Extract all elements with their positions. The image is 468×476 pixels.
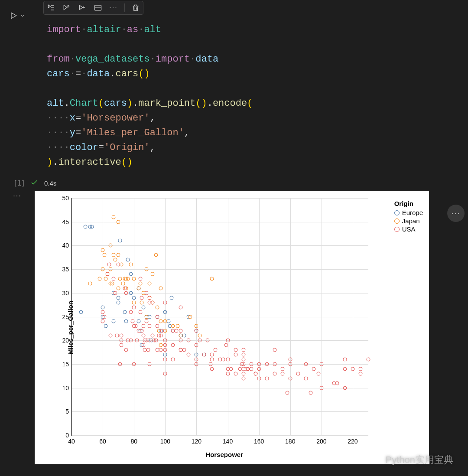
data-point[interactable]: [109, 244, 113, 248]
data-point[interactable]: [169, 296, 173, 300]
data-point[interactable]: [137, 320, 141, 323]
data-point[interactable]: [145, 320, 149, 323]
data-point[interactable]: [351, 367, 354, 371]
data-point[interactable]: [126, 258, 130, 262]
data-point[interactable]: [159, 320, 162, 323]
data-point[interactable]: [224, 343, 228, 347]
data-point[interactable]: [159, 286, 162, 290]
data-point[interactable]: [358, 367, 362, 371]
data-point[interactable]: [265, 362, 269, 366]
data-point[interactable]: [145, 315, 149, 319]
data-point[interactable]: [123, 310, 127, 314]
data-point[interactable]: [257, 367, 261, 371]
data-point[interactable]: [195, 353, 198, 357]
more-actions-icon[interactable]: ···: [109, 3, 118, 13]
data-point[interactable]: [117, 300, 120, 304]
data-point[interactable]: [154, 253, 158, 257]
data-point[interactable]: [159, 343, 162, 347]
data-point[interactable]: [159, 348, 162, 352]
data-point[interactable]: [229, 367, 233, 371]
data-point[interactable]: [148, 339, 152, 342]
data-point[interactable]: [226, 372, 230, 375]
data-point[interactable]: [129, 272, 133, 276]
data-point[interactable]: [118, 239, 122, 243]
data-point[interactable]: [141, 343, 145, 347]
data-point[interactable]: [124, 320, 128, 323]
data-point[interactable]: [198, 339, 202, 342]
split-cell-icon[interactable]: [93, 3, 103, 13]
data-point[interactable]: [195, 362, 198, 366]
data-point[interactable]: [148, 324, 152, 328]
data-point[interactable]: [132, 305, 136, 309]
data-point[interactable]: [163, 372, 167, 375]
data-point[interactable]: [113, 291, 117, 295]
data-point[interactable]: [226, 357, 230, 361]
data-point[interactable]: [132, 300, 136, 304]
data-point[interactable]: [156, 305, 159, 309]
data-point[interactable]: [135, 339, 139, 342]
code-editor[interactable]: import·altair·as·alt from·vega_datasets·…: [35, 0, 265, 177]
data-point[interactable]: [151, 272, 155, 276]
run-cell-icon[interactable]: [9, 11, 18, 21]
chevron-down-icon[interactable]: [20, 13, 26, 20]
data-point[interactable]: [163, 357, 167, 361]
data-point[interactable]: [104, 324, 108, 328]
data-point[interactable]: [249, 367, 253, 371]
data-point[interactable]: [179, 339, 183, 342]
data-point[interactable]: [163, 348, 167, 352]
data-point[interactable]: [241, 362, 245, 366]
data-point[interactable]: [117, 253, 120, 257]
data-point[interactable]: [118, 362, 122, 366]
data-point[interactable]: [117, 220, 120, 224]
data-point[interactable]: [163, 343, 167, 347]
data-point[interactable]: [117, 286, 120, 290]
data-point[interactable]: [195, 329, 198, 333]
data-point[interactable]: [120, 339, 124, 342]
data-point[interactable]: [88, 281, 92, 285]
data-point[interactable]: [140, 296, 144, 300]
data-point[interactable]: [129, 263, 133, 267]
data-point[interactable]: [163, 353, 167, 357]
data-point[interactable]: [140, 300, 144, 304]
data-point[interactable]: [118, 277, 122, 280]
data-point[interactable]: [124, 348, 128, 352]
data-point[interactable]: [221, 357, 225, 361]
data-point[interactable]: [163, 320, 167, 323]
data-point[interactable]: [113, 258, 117, 262]
data-point[interactable]: [107, 263, 111, 267]
data-point[interactable]: [156, 324, 159, 328]
data-point[interactable]: [241, 357, 245, 361]
data-point[interactable]: [117, 296, 120, 300]
data-point[interactable]: [126, 277, 130, 280]
data-point[interactable]: [288, 357, 292, 361]
data-point[interactable]: [288, 376, 292, 380]
data-point[interactable]: [102, 315, 106, 319]
data-point[interactable]: [123, 286, 127, 290]
data-point[interactable]: [132, 277, 136, 280]
data-point[interactable]: [98, 277, 101, 280]
output-ellipsis-icon[interactable]: ···: [13, 195, 21, 464]
data-point[interactable]: [146, 348, 150, 352]
data-point[interactable]: [316, 372, 320, 375]
data-point[interactable]: [241, 376, 245, 380]
data-point[interactable]: [163, 310, 167, 314]
data-point[interactable]: [296, 372, 300, 375]
data-point[interactable]: [234, 372, 237, 375]
data-point[interactable]: [102, 253, 106, 257]
data-point[interactable]: [145, 291, 149, 295]
data-point[interactable]: [226, 339, 230, 342]
data-point[interactable]: [84, 225, 88, 228]
data-point[interactable]: [210, 367, 214, 371]
data-point[interactable]: [156, 315, 159, 319]
data-point[interactable]: [309, 391, 312, 394]
data-point[interactable]: [265, 376, 269, 380]
data-point[interactable]: [195, 357, 198, 361]
legend-item[interactable]: Japan: [394, 217, 423, 225]
data-point[interactable]: [138, 277, 142, 280]
data-point[interactable]: [129, 310, 133, 314]
data-point[interactable]: [343, 367, 347, 371]
data-point[interactable]: [159, 334, 162, 338]
data-point[interactable]: [241, 348, 245, 352]
data-point[interactable]: [257, 362, 261, 366]
data-point[interactable]: [343, 386, 347, 390]
